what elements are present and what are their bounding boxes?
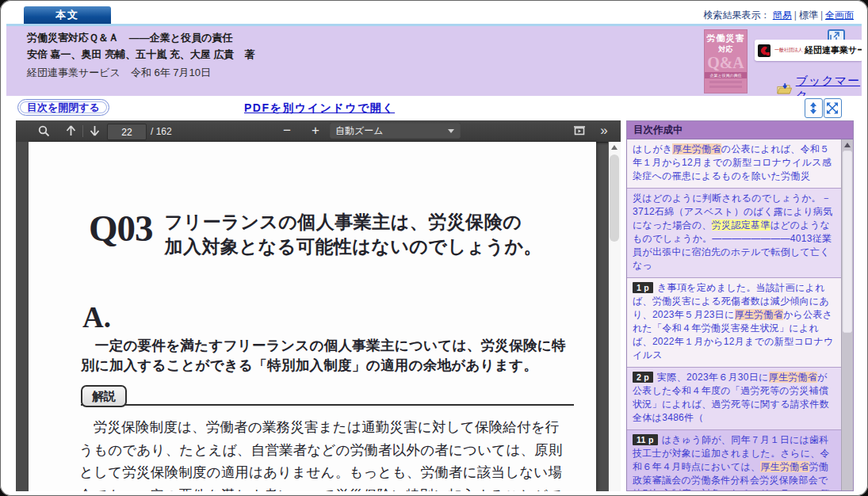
book-cover-thumbnail[interactable]: 労働災害 対応 Q&A 企業と役員の責任 [704, 29, 748, 93]
search-hit-highlight: 厚生労働省 [735, 309, 784, 320]
logo-org-name: 経団連事業サービス [805, 44, 862, 56]
result-text: 実際、2023年６月30日に [657, 372, 769, 383]
toc-sidebar: 目次作成中 はしがき厚生労働省の公表によれば、令和５年１月から12月までの新型コ… [626, 120, 854, 491]
chevron-down-icon [448, 129, 454, 133]
text-line: 労災保険制度は、労働者の業務災害または通勤災害に対して保険給付を行 [79, 416, 602, 439]
sidebar-scroll-up-arrow-icon[interactable] [844, 143, 851, 147]
fullscreen-expand-icon [826, 101, 839, 115]
top-tab-bar: 本文 検索結果表示： 簡易|標準|全画面 [6, 6, 862, 24]
fullscreen-button[interactable] [824, 98, 842, 118]
page-total-label: / 162 [151, 126, 172, 137]
zoom-in-button[interactable]: + [306, 122, 325, 139]
secondary-toolbar-toggle-icon[interactable]: » [595, 123, 613, 139]
zoom-out-button[interactable]: − [277, 122, 296, 139]
sidebar-scrollbar[interactable] [841, 139, 853, 490]
logo-org-type: 一般社団法人 [774, 47, 803, 54]
display-option-simple[interactable]: 簡易 [773, 10, 792, 21]
search-hit-highlight: 厚生労働省 [769, 372, 818, 383]
scroll-sync-button[interactable] [805, 98, 823, 118]
app-content: 本文 検索結果表示： 簡易|標準|全画面 労働災害対応Ｑ＆Ａ ――企業と役員の責… [6, 6, 862, 491]
keidanren-service-logo[interactable]: 一般社団法人 経団連事業サービス [755, 40, 862, 61]
search-results-list: はしがき厚生労働省の公表によれば、令和５年１月から12月までの新型コロナウイルス… [627, 139, 841, 490]
zoom-level-value: 自動ズーム [335, 125, 384, 136]
question-lines: フリーランスの個人事業主は、労災保険の加入対象となる可能性はないのでしょうか。 [165, 208, 542, 259]
book-publisher-date: 経団連事業サービス 令和 6年 7月10日 [27, 65, 254, 80]
page-number-input[interactable] [107, 124, 147, 140]
text-line: うものであり、たとえば、自営業者などの労働者以外の者については、原則 [79, 439, 602, 462]
tab-honbun[interactable]: 本文 [24, 6, 111, 24]
search-display-label: 検索結果表示： [703, 10, 770, 21]
search-result-item[interactable]: 2 p実際、2023年６月30日に厚生労働省が公表した令和４年度の「過労死等の労… [627, 368, 841, 430]
display-option-standard[interactable]: 標準 [799, 10, 818, 21]
result-text: はしがき [633, 143, 672, 155]
text-line: 加入対象となる可能性はないのでしょうか。 [165, 235, 542, 259]
zoom-level-select[interactable]: 自動ズーム [330, 123, 461, 139]
app-window: 本文 検索結果表示： 簡易|標準|全画面 労働災害対応Ｑ＆Ａ ――企業と役員の責… [0, 0, 868, 496]
text-line: 合でも、一定の要件を満たす者について労災保険に特別に加入することがで [79, 484, 602, 492]
book-meta: 労働災害対応Ｑ＆Ａ ――企業と役員の責任 安倍 嘉一、奥田 亮輔、五十嵐 充、大… [27, 30, 254, 80]
sidebar-scrollbar-thumb[interactable] [843, 151, 852, 333]
book-title: 労働災害対応Ｑ＆Ａ ――企業と役員の責任 [27, 30, 254, 45]
pdf-toolbar: / 162 − + 自動ズーム » [16, 120, 621, 143]
book-authors: 安倍 嘉一、奥田 亮輔、五十嵐 充、大屋 広貴 著 [27, 47, 254, 62]
question-number: Q03 [89, 208, 153, 248]
display-option-fullscreen[interactable]: 全画面 [825, 10, 854, 21]
kaisetsu-heading: 解説 [81, 385, 127, 407]
answer-label: A. [82, 300, 111, 334]
toolbar-separator [82, 125, 83, 137]
search-result-item[interactable]: 1 pき事項を定めました。当該計画によれば、労働災害による死傷者数は減少傾向にあ… [627, 278, 841, 368]
bookmark-folder-icon [777, 82, 792, 96]
presentation-mode-icon[interactable] [571, 123, 588, 139]
pdf-viewer: / 162 − + 自動ズーム » [16, 120, 621, 491]
toc-sidebar-title: 目次作成中 [627, 121, 853, 139]
open-pdf-new-window-link[interactable]: PDFを別ウインドウで開く [244, 101, 395, 116]
book-header: 労働災害対応Ｑ＆Ａ ――企業と役員の責任 安倍 嘉一、奥田 亮輔、五十嵐 充、大… [6, 26, 862, 96]
text-line: として労災保険制度の適用はありません。もっとも、労働者に該当しない場 [79, 461, 602, 484]
search-hit-highlight: 厚生労働省 [760, 461, 809, 472]
text-line: フリーランスの個人事業主は、労災保険の [165, 210, 542, 235]
next-page-icon[interactable] [86, 123, 103, 139]
logo-mark-icon [758, 44, 772, 58]
section-rule [81, 404, 574, 406]
page-badge: 1 p [633, 282, 653, 293]
up-down-arrows-icon [807, 101, 820, 115]
search-icon[interactable] [35, 123, 52, 139]
viewer-background [16, 142, 29, 491]
body-lines: 労災保険制度は、労働者の業務災害または通勤災害に対して保険給付を行うものであり、… [79, 416, 602, 491]
search-result-item[interactable]: はしがき厚生労働省の公表によれば、令和５年１月から12月までの新型コロナウイルス… [627, 139, 841, 189]
pdf-scrollbar[interactable] [608, 142, 621, 491]
search-hit-highlight: 厚生労働省 [672, 143, 721, 155]
sub-toolbar: 目次を開閉する PDFを別ウインドウで開く [6, 96, 862, 120]
search-result-item[interactable]: 災はどのように判断されるのでしょうか。－3712石綿（アスベスト）のばく露により… [627, 189, 841, 278]
search-result-display-switch: 検索結果表示： 簡易|標準|全画面 [703, 9, 854, 22]
scroll-up-arrow-icon[interactable] [611, 145, 618, 150]
page-badge: 11 p [633, 434, 658, 445]
answer-lines: 一定の要件を満たすフリーランスの個人事業主については、労災保険に特別に加入するこ… [81, 336, 566, 376]
text-line: 一定の要件を満たすフリーランスの個人事業主については、労災保険に特 [81, 336, 566, 356]
page-badge: 2 p [633, 372, 653, 383]
toc-toggle-button[interactable]: 目次を開閉する [17, 99, 109, 116]
previous-page-icon[interactable] [62, 123, 79, 139]
search-hit-highlight: 労災認定基準 [712, 219, 770, 231]
pdf-page: Q03 フリーランスの個人事業主は、労災保険の加入対象となる可能性はないのでしょ… [29, 142, 596, 491]
text-line: 別に加入することができる「特別加入制度」の適用の余地があります。 [81, 356, 566, 376]
search-result-item[interactable]: 11 pはきゅう師が、同年７月１日には歯科技工士が対象に追加されました。さらに、… [627, 430, 841, 490]
pdf-scrollbar-thumb[interactable] [610, 155, 619, 242]
